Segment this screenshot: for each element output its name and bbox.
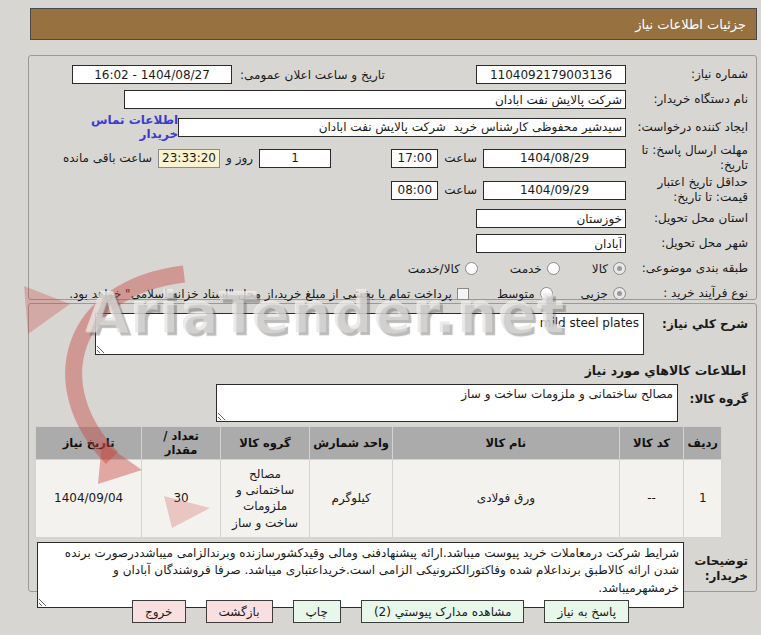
subject-class-options: کالا خدمت کالا/خدمت [408, 262, 626, 276]
goods-table-header-row: ردیف کد کالا نام کالا واحد شمارش گروه کا… [36, 427, 722, 460]
city-field[interactable] [476, 234, 626, 253]
buyer-contact-link[interactable]: اطلاعات تماس خریدار [55, 113, 178, 141]
radio-goods[interactable]: کالا [592, 262, 626, 276]
row-process-type: نوع فرآیند خرید : جزیی متوسط پرداخت تمام… [37, 282, 748, 305]
province-field[interactable] [476, 209, 626, 228]
radio-goods-service-label: کالا/خدمت [408, 262, 460, 276]
remaining-countdown: 23:33:20 [158, 149, 220, 168]
cell-unit: کیلوگرم [310, 460, 393, 538]
row-buyer-notes: توضیحات خریدار: شرایط شرکت درمعاملات خری… [37, 542, 748, 608]
deadline-time-field[interactable] [391, 149, 438, 168]
deadline-hour-label: ساعت [444, 151, 477, 165]
row-city: شهر محل تحویل: [37, 232, 748, 255]
announce-label: تاریخ و ساعت اعلان عمومی: [240, 68, 385, 82]
radio-service-label: خدمت [510, 262, 542, 276]
radio-medium[interactable]: متوسط [497, 287, 553, 301]
goods-info-panel: شرح کلي نیاز: mild steel plates اطلاعات … [28, 303, 757, 592]
goods-section-header: اطلاعات کالاهاي مورد نیاز [39, 363, 746, 378]
radio-goods-service-icon[interactable] [465, 262, 478, 275]
process-type-options: جزیی متوسط پرداخت تمام یا بخشی از مبلغ خ… [69, 287, 626, 301]
row-goods-group: گروه کالا: مصالح ساختمانی و ملزومات ساخت… [37, 384, 748, 422]
radio-service[interactable]: خدمت [510, 262, 560, 276]
buyer-notes-textarea[interactable]: شرایط شرکت درمعاملات خرید پیوست میباشد.ا… [37, 542, 684, 608]
col-quantity: تعداد / مقدار [142, 427, 221, 460]
col-goods-code: کد کالا [619, 427, 684, 460]
need-number-field[interactable] [476, 65, 626, 84]
col-unit: واحد شمارش [310, 427, 393, 460]
respond-button[interactable]: پاسخ به نیاز [544, 600, 629, 623]
radio-minor-icon[interactable] [613, 287, 626, 300]
radio-service-icon[interactable] [547, 262, 560, 275]
row-need-number: شماره نیاز: تاریخ و ساعت اعلان عمومی: [37, 63, 748, 86]
page-title: جزئیات اطلاعات نیاز [30, 8, 757, 40]
cell-need-date: 1404/09/04 [36, 460, 142, 538]
cell-goods-code: -- [619, 460, 684, 538]
col-row-number: ردیف [684, 427, 722, 460]
creator-field[interactable] [178, 118, 626, 137]
validity-label: حداقل تاریخ اعتبار قیمت: تا تاریخ: [626, 175, 748, 205]
cell-row-number: 1 [684, 460, 722, 538]
need-description-label: شرح کلي نیاز: [644, 313, 748, 333]
city-label: شهر محل تحویل: [626, 236, 748, 251]
validity-date-field[interactable] [483, 181, 626, 200]
radio-minor[interactable]: جزیی [581, 287, 626, 301]
goods-group-label: گروه کالا: [678, 384, 748, 408]
treasury-checkbox-label: پرداخت تمام یا بخشی از مبلغ خرید،از محل … [69, 287, 452, 301]
row-price-validity: حداقل تاریخ اعتبار قیمت: تا تاریخ: ساعت [37, 175, 748, 205]
buyer-notes-label: توضیحات خریدار: [684, 542, 748, 585]
remaining-days-field[interactable] [259, 149, 331, 168]
row-request-creator: ایجاد کننده درخواست: اطلاعات تماس خریدار [37, 113, 748, 141]
cell-goods-group: مصالح ساختمانی و ملزومات ساخت و ساز [221, 460, 310, 538]
row-response-deadline: مهلت ارسال پاسخ: تا تاریخ: ساعت روز و 23… [37, 143, 748, 173]
need-details-page: جزئیات اطلاعات نیاز شماره نیاز: تاریخ و … [0, 0, 761, 635]
radio-goods-label: کالا [592, 262, 608, 276]
province-label: استان محل تحویل: [626, 211, 748, 226]
col-goods-name: نام کالا [393, 427, 619, 460]
need-info-panel: شماره نیاز: تاریخ و ساعت اعلان عمومی: نا… [28, 55, 757, 300]
subject-class-label: طبقه بندی موضوعی: [626, 261, 748, 276]
deadline-label: مهلت ارسال پاسخ: تا تاریخ: [626, 143, 748, 173]
back-button[interactable]: بازگشت [206, 600, 273, 623]
radio-medium-icon[interactable] [540, 287, 553, 300]
remaining-days-label: روز و [226, 151, 253, 165]
validity-hour-label: ساعت [444, 183, 477, 197]
treasury-checkbox[interactable] [457, 288, 469, 300]
row-subject-class: طبقه بندی موضوعی: کالا خدمت کالا/خدمت [37, 257, 748, 280]
col-need-date: تاریخ نیاز [36, 427, 142, 460]
process-type-label: نوع فرآیند خرید : [626, 286, 748, 301]
cell-quantity: 30 [142, 460, 221, 538]
row-province: استان محل تحویل: [37, 207, 748, 230]
table-row: 1 -- ورق فولادی کیلوگرم مصالح ساختمانی و… [36, 460, 722, 538]
buyer-org-field[interactable] [124, 90, 626, 109]
radio-goods-service[interactable]: کالا/خدمت [408, 262, 478, 276]
radio-minor-label: جزیی [581, 287, 608, 301]
radio-medium-label: متوسط [497, 287, 535, 301]
goods-table: ردیف کد کالا نام کالا واحد شمارش گروه کا… [35, 426, 722, 538]
action-button-row: پاسخ به نیاز مشاهده مدارک پیوستي (2) چاپ… [0, 600, 761, 623]
remaining-suffix-label: ساعت باقی مانده [63, 151, 152, 165]
validity-time-field[interactable] [391, 181, 438, 200]
row-buyer-org: نام دستگاه خریدار: [37, 88, 748, 111]
cell-goods-name: ورق فولادی [393, 460, 619, 538]
treasury-checkbox-item[interactable]: پرداخت تمام یا بخشی از مبلغ خرید،از محل … [69, 287, 469, 301]
deadline-date-field[interactable] [483, 149, 626, 168]
col-goods-group: گروه کالا [221, 427, 310, 460]
announce-datetime-field[interactable] [72, 65, 232, 84]
need-description-textarea[interactable]: mild steel plates [95, 313, 644, 355]
need-number-label: شماره نیاز: [626, 67, 748, 82]
print-button[interactable]: چاپ [293, 600, 341, 623]
exit-button[interactable]: خروج [132, 600, 186, 623]
creator-label: ایجاد کننده درخواست: [626, 120, 748, 135]
view-attachments-button[interactable]: مشاهده مدارک پیوستي (2) [361, 600, 525, 623]
buyer-org-label: نام دستگاه خریدار: [626, 92, 748, 107]
goods-group-textarea[interactable]: مصالح ساختمانی و ملزومات ساخت و ساز [216, 384, 678, 422]
radio-goods-icon[interactable] [613, 262, 626, 275]
announce-group: تاریخ و ساعت اعلان عمومی: [72, 65, 385, 84]
row-need-description: شرح کلي نیاز: mild steel plates [37, 313, 748, 355]
remaining-time-group: روز و 23:33:20 ساعت باقی مانده [63, 149, 331, 168]
